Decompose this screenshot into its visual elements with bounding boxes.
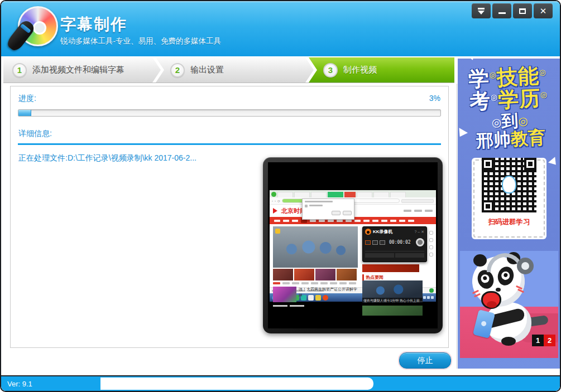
hot-news-label: 热点要闻 — [362, 274, 383, 280]
progress-panel: 进度: 3% 详细信息: 正在处理文件:D:\工作记录\视频录制\kk 2017… — [10, 86, 449, 348]
skin-menu-icon — [477, 8, 485, 14]
kk-timer: 00:00:02 — [389, 240, 411, 245]
app-title: 字幕制作 — [60, 14, 127, 35]
preview-main-video — [273, 226, 358, 268]
step-2-label: 输出设置 — [190, 65, 224, 75]
video-preview-screen: ‹›⟳ 北京时间 — [268, 162, 438, 328]
hot-news-video: 便衣与嫌疑人缠斗1分钟 热心小伙上前... — [362, 280, 423, 303]
processing-file-text: 正在处理文件:D:\工作记录\视频录制\kk 2017-06-2... — [18, 153, 196, 163]
preview-side-column: KK录像机 ? – ✕ 00:00:02 — [361, 226, 425, 286]
kk-recorder-panel: KK录像机 ? – ✕ 00:00:02 — [362, 226, 427, 262]
ad-slogan-line2-yellow: 学历 — [497, 86, 541, 112]
progress-percent: 3% — [429, 94, 440, 103]
preview-header-links — [404, 210, 433, 212]
app-window: 字幕制作 锐动多媒体工具-专业、易用、免费的多媒体工具 ✕ 1 添加视频文件和编… — [0, 0, 561, 392]
details-divider — [18, 143, 441, 145]
app-subtitle: 锐动多媒体工具-专业、易用、免费的多媒体工具 — [60, 36, 221, 46]
qr-caption: 扫码进群学习 — [472, 217, 546, 227]
ad-slogan-line1-yellow: 技能 — [496, 64, 540, 89]
ad-pager: 1 2 — [532, 335, 555, 346]
step-output-settings[interactable]: 2 输出设置 — [156, 57, 314, 83]
panda-mouth — [481, 291, 501, 309]
kk-record-button-icon — [416, 238, 424, 246]
ad-triangle-decoration — [548, 157, 559, 167]
app-logo-icon — [8, 5, 61, 53]
ad-slogan-line4-white: 邢帅 — [476, 129, 511, 151]
qr-finder-icon — [482, 158, 494, 170]
window-controls: ✕ — [472, 3, 553, 18]
kk-window-buttons: ? – ✕ — [414, 230, 424, 234]
minimize-icon — [498, 12, 506, 14]
preview-side-widgets — [428, 226, 434, 286]
step-1-label: 添加视频文件和编辑字幕 — [32, 65, 124, 75]
kk-game-icon — [380, 240, 385, 245]
ad-slogan-line4-yellow: 教育 — [510, 128, 546, 149]
ad-slogan-line2-white: 考 — [469, 89, 491, 113]
close-icon: ✕ — [540, 7, 547, 15]
preview-ad-banner — [362, 264, 419, 272]
panda-mascot-illustration: 1 2 — [460, 251, 558, 358]
kk-recorder-logo-icon — [365, 229, 371, 235]
video-badge-icon — [275, 229, 280, 234]
panda-head — [472, 257, 525, 307]
status-bar: Ver: 9.1 — [1, 375, 560, 391]
close-button[interactable]: ✕ — [534, 3, 553, 18]
skin-menu-button[interactable] — [472, 3, 491, 18]
preview-download-item — [401, 199, 434, 203]
ad-slogan: 学◎技能◎ 考◎学历◎ ◎到◎ 邢帅教育 — [458, 64, 560, 151]
maximize-button[interactable] — [513, 3, 532, 18]
step-add-video[interactable]: 1 添加视频文件和编辑字幕 — [3, 57, 161, 83]
step-make-video-active[interactable]: 3 制作视频 — [309, 57, 454, 83]
kk-mode-icon — [365, 240, 371, 245]
minimize-button[interactable] — [492, 3, 511, 18]
news-meta — [273, 304, 358, 307]
panda-foot — [501, 337, 516, 346]
kk-recorder-title: KK录像机 — [373, 229, 393, 235]
ad-divider — [457, 84, 457, 369]
site-logo: 北京时间 — [273, 207, 306, 215]
panda-eye — [501, 270, 511, 280]
preview-popup-dialog — [302, 199, 354, 220]
qq-penguin-icon — [502, 176, 516, 193]
preview-category-links — [273, 282, 358, 284]
step-1-number: 1 — [12, 63, 27, 78]
progress-fill — [18, 110, 31, 116]
wizard-steps: 1 添加视频文件和编辑字幕 2 输出设置 3 制作视频 — [3, 57, 454, 83]
stop-button[interactable]: 停止 — [399, 352, 451, 369]
news-headline: 强！大四男生陶瓷产证公开讲解学妹 — [299, 287, 358, 302]
ad-page-1-button[interactable]: 1 — [532, 335, 544, 346]
video-preview-frame: ‹›⟳ 北京时间 — [263, 157, 443, 333]
step-3-number: 3 — [323, 63, 338, 78]
qr-finder-icon — [524, 158, 536, 170]
qr-code — [482, 158, 536, 212]
details-label: 详细信息: — [18, 129, 52, 139]
hot-news-caption: 便衣与嫌疑人缠斗1分钟 热心小伙上前... — [362, 298, 423, 303]
panda-ear — [473, 254, 487, 267]
recorded-desktop-shot: ‹›⟳ 北京时间 — [270, 190, 436, 302]
panda-eye — [480, 273, 491, 284]
preview-thumbnail-row — [273, 269, 358, 280]
kk-screen-icon — [372, 240, 378, 245]
hot-news-video-2 — [362, 306, 423, 316]
news-thumbnail — [273, 287, 296, 302]
ad-slogan-line1-white: 学 — [468, 67, 490, 91]
preview-main-column: 强！大四男生陶瓷产证公开讲解学妹 — [273, 226, 358, 286]
ad-page-2-button[interactable]: 2 — [544, 335, 555, 346]
qr-code-box: 扫码进群学习 — [472, 158, 546, 239]
preview-page-body: 强！大四男生陶瓷产证公开讲解学妹 KK录像机 ? – ✕ — [270, 224, 436, 287]
play-icon — [273, 208, 280, 214]
step-2-number: 2 — [170, 63, 185, 78]
ad-panel[interactable]: 学◎技能◎ 考◎学历◎ ◎到◎ 邢帅教育 扫码进群学习 — [458, 59, 560, 369]
title-bar: 字幕制作 锐动多媒体工具-专业、易用、免费的多媒体工具 ✕ — [1, 1, 560, 56]
panda-blush — [474, 293, 481, 298]
preview-news-item: 强！大四男生陶瓷产证公开讲解学妹 — [273, 287, 358, 302]
status-progress-track — [100, 378, 373, 390]
progress-bar — [18, 109, 441, 117]
version-label: Ver: 9.1 — [7, 380, 32, 388]
ad-triangle-decoration — [467, 59, 477, 61]
qr-finder-icon — [482, 200, 494, 212]
panda-nose — [496, 288, 501, 292]
progress-label: 进度: — [18, 94, 36, 104]
step-3-label: 制作视频 — [343, 65, 377, 75]
preview-browser-tabbar — [270, 190, 436, 197]
